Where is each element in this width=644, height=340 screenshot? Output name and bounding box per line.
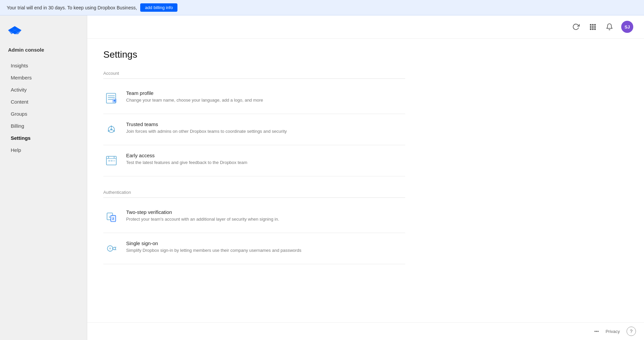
section-gap (103, 176, 393, 190)
add-billing-button[interactable]: add billing info (140, 3, 177, 12)
sidebar-item-label-activity: Activity (11, 87, 27, 93)
sso-title: Single sign-on (126, 240, 405, 246)
svg-rect-8 (594, 24, 596, 26)
sso-item[interactable]: Single sign-on Simplify Dropbox sign-in … (103, 233, 405, 264)
svg-rect-6 (590, 24, 592, 26)
svg-line-29 (109, 130, 111, 130)
sidebar-nav: Insights Members Activity Content Groups… (0, 59, 87, 156)
svg-rect-14 (594, 29, 596, 30)
sidebar-item-billing[interactable]: Billing (3, 120, 84, 132)
svg-point-23 (110, 128, 112, 130)
sidebar-item-label-settings: Settings (11, 135, 31, 141)
bottom-bar: ••• Privacy ? (87, 322, 644, 340)
sidebar-item-content[interactable]: Content (3, 96, 84, 108)
app-body: Admin console Insights Members Activity … (0, 15, 644, 340)
trial-banner-text: Your trial will end in 30 days. To keep … (7, 5, 137, 10)
svg-rect-34 (108, 160, 110, 162)
sidebar-item-insights[interactable]: Insights (3, 60, 84, 71)
trusted-teams-desc: Join forces with admins on other Dropbox… (126, 128, 405, 134)
svg-point-24 (111, 126, 112, 127)
svg-rect-36 (113, 160, 115, 162)
sidebar-item-activity[interactable]: Activity (3, 84, 84, 96)
trusted-teams-icon (103, 121, 119, 137)
two-step-title: Two-step verification (126, 209, 405, 215)
authentication-section: Authentication 1 2 Two-step verification (103, 190, 405, 264)
svg-point-25 (113, 130, 115, 132)
authentication-section-label: Authentication (103, 190, 405, 198)
sidebar: Admin console Insights Members Activity … (0, 15, 87, 340)
privacy-link[interactable]: Privacy (605, 329, 620, 334)
trusted-teams-item[interactable]: Trusted teams Join forces with admins on… (103, 114, 405, 145)
sso-icon (103, 240, 119, 257)
trusted-teams-title: Trusted teams (126, 121, 405, 127)
svg-rect-10 (592, 26, 594, 28)
settings-content: Settings Account (87, 39, 409, 275)
sidebar-item-label-groups: Groups (11, 111, 27, 117)
sso-text: Single sign-on Simplify Dropbox sign-in … (126, 240, 405, 253)
page-title: Settings (103, 49, 393, 60)
svg-rect-9 (590, 26, 592, 28)
sidebar-item-groups[interactable]: Groups (3, 108, 84, 120)
more-options[interactable]: ••• (594, 329, 599, 334)
svg-rect-12 (590, 29, 592, 30)
refresh-icon[interactable] (571, 22, 581, 32)
admin-console-label: Admin console (0, 47, 87, 59)
svg-line-28 (112, 130, 113, 130)
early-access-icon (103, 153, 119, 169)
sidebar-item-label-help: Help (11, 147, 21, 153)
two-step-icon: 1 2 (103, 209, 119, 225)
team-profile-item[interactable]: Team profile Change your team name, choo… (103, 83, 405, 114)
svg-point-42 (109, 247, 111, 249)
svg-rect-11 (594, 26, 596, 28)
sidebar-item-settings[interactable]: Settings (3, 132, 84, 144)
early-access-desc: Test the latest features and give feedba… (126, 160, 405, 166)
sidebar-item-label-members: Members (11, 75, 32, 80)
svg-text:1: 1 (109, 215, 110, 219)
svg-point-26 (108, 130, 109, 132)
sidebar-item-label-insights: Insights (11, 63, 28, 68)
early-access-text: Early access Test the latest features an… (126, 153, 405, 166)
sidebar-item-label-billing: Billing (11, 123, 24, 129)
early-access-title: Early access (126, 153, 405, 158)
svg-rect-13 (592, 29, 594, 30)
sidebar-item-help[interactable]: Help (3, 144, 84, 156)
svg-rect-7 (592, 24, 594, 26)
account-section-label: Account (103, 71, 405, 79)
sso-desc: Simplify Dropbox sign-in by letting memb… (126, 247, 405, 253)
help-icon[interactable]: ? (627, 327, 636, 336)
trusted-teams-text: Trusted teams Join forces with admins on… (126, 121, 405, 134)
svg-rect-35 (111, 160, 113, 162)
main-content: SJ Settings Account (87, 15, 644, 340)
apps-icon[interactable] (588, 22, 598, 32)
user-avatar[interactable]: SJ (621, 21, 633, 33)
top-bar: SJ (87, 15, 644, 39)
account-section: Account (103, 71, 405, 176)
two-step-text: Two-step verification Protect your team'… (126, 209, 405, 222)
two-step-desc: Protect your team's account with an addi… (126, 216, 405, 222)
svg-text:2: 2 (112, 217, 114, 220)
two-step-item[interactable]: 1 2 Two-step verification Protect your t… (103, 202, 405, 233)
team-profile-text: Team profile Change your team name, choo… (126, 90, 405, 103)
sidebar-item-label-content: Content (11, 99, 29, 105)
trial-banner: Your trial will end in 30 days. To keep … (0, 0, 644, 15)
dropbox-logo[interactable] (0, 21, 87, 47)
team-profile-icon (103, 90, 119, 106)
notifications-icon[interactable] (604, 22, 614, 32)
early-access-item[interactable]: Early access Test the latest features an… (103, 145, 405, 176)
team-profile-desc: Change your team name, choose your langu… (126, 97, 405, 103)
team-profile-title: Team profile (126, 90, 405, 96)
sidebar-item-members[interactable]: Members (3, 72, 84, 83)
